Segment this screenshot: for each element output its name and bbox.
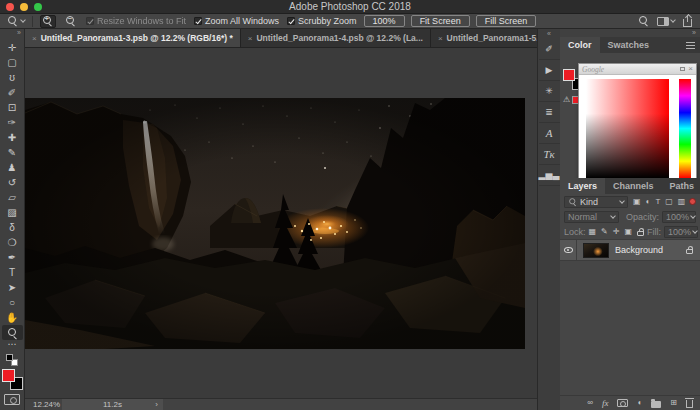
actions-panel-icon[interactable]: ▶	[539, 60, 560, 81]
zoom-in-button[interactable]: +	[40, 15, 56, 28]
hue-slider[interactable]	[679, 79, 691, 178]
adjustments-panel-icon[interactable]: ✳	[539, 81, 560, 102]
dodge-tool-icon[interactable]: ❍	[2, 235, 23, 250]
google-floating-window[interactable]: Google ×	[578, 63, 697, 184]
quick-mask-icon[interactable]	[4, 394, 20, 405]
marquee-tool-icon[interactable]: ▢	[2, 55, 23, 70]
canvas-image[interactable]	[25, 98, 525, 349]
link-layers-icon[interactable]: ∞	[587, 398, 593, 408]
tk-panel-icon[interactable]: Tᴋ	[539, 144, 560, 165]
zoom-level-field[interactable]: 12.24%	[25, 400, 62, 409]
pen-tool-icon[interactable]: ✒	[2, 250, 23, 265]
filter-type-layers-icon[interactable]: T	[655, 197, 660, 207]
brush-settings-panel-icon[interactable]: ✐	[539, 39, 560, 60]
status-expander-icon[interactable]: ›	[155, 400, 158, 409]
workspace-switcher[interactable]	[657, 17, 675, 26]
eraser-tool-icon[interactable]: ▱	[2, 190, 23, 205]
blur-tool-icon[interactable]: δ	[2, 220, 23, 235]
blend-mode-select[interactable]: Normal	[564, 211, 619, 223]
history-brush-tool-icon[interactable]: ↺	[2, 175, 23, 190]
saturation-brightness-field[interactable]	[586, 79, 669, 178]
adjustment-layer-icon[interactable]: ◐	[637, 398, 642, 408]
lock-pixels-icon[interactable]: ✎	[601, 227, 608, 237]
default-colors-icon[interactable]	[6, 354, 18, 366]
fill-select[interactable]: 100%	[664, 226, 698, 238]
fill-screen-button[interactable]: Fill Screen	[476, 15, 537, 27]
properties-panel-icon[interactable]: ≣	[539, 102, 560, 123]
delete-layer-icon[interactable]	[686, 400, 693, 408]
zoom-window-icon[interactable]	[34, 3, 42, 11]
layer-row-background[interactable]: Background	[560, 239, 700, 261]
zoom-tool-icon[interactable]	[2, 325, 23, 340]
tab-untitled-panorama1-4[interactable]: × Untitled_Panorama1-4.psb @ 12.2% (La..…	[241, 29, 431, 47]
lock-all-icon[interactable]	[637, 231, 644, 236]
add-layer-mask-icon[interactable]	[617, 399, 628, 407]
checkbox-box[interactable]	[287, 17, 295, 25]
search-icon[interactable]	[639, 16, 649, 26]
lock-transparency-icon[interactable]: ▦	[589, 227, 597, 237]
brush-tool-icon[interactable]: ✎	[2, 145, 23, 160]
lock-position-icon[interactable]: ✛	[613, 227, 620, 237]
healing-brush-tool-icon[interactable]: ✚	[2, 130, 23, 145]
layer-name[interactable]: Background	[615, 245, 686, 255]
filter-pixel-layers-icon[interactable]: ▣	[633, 197, 641, 207]
close-tab-icon[interactable]: ×	[248, 34, 253, 43]
tab-untitled-panorama1-3[interactable]: × Untitled_Panorama1-3.psb @ 12.2% (RGB/…	[25, 29, 241, 47]
edit-toolbar-icon[interactable]: ⋯	[8, 340, 17, 351]
collapse-toolbar-icon[interactable]: »	[17, 29, 24, 40]
close-tab-icon[interactable]: ×	[438, 34, 443, 43]
quick-selection-tool-icon[interactable]: ✐	[2, 85, 23, 100]
new-layer-icon[interactable]: ⊞	[670, 398, 677, 408]
tab-channels[interactable]: Channels	[605, 178, 662, 194]
shape-tool-icon[interactable]: ○	[2, 295, 23, 310]
filter-toggle-icon[interactable]	[689, 198, 696, 205]
fit-screen-button[interactable]: Fit Screen	[411, 15, 470, 27]
lasso-tool-icon[interactable]: ʊ	[2, 70, 23, 85]
eyedropper-tool-icon[interactable]: ✑	[2, 115, 23, 130]
opacity-select[interactable]: 100%	[662, 211, 696, 223]
close-tab-icon[interactable]: ×	[32, 34, 37, 43]
resize-windows-to-fit-checkbox[interactable]: Resize Windows to Fit	[86, 16, 186, 26]
zoom-out-button[interactable]: −	[63, 15, 79, 28]
histogram-panel-icon[interactable]: ▂▅▃	[539, 165, 560, 186]
google-window-titlebar[interactable]: Google ×	[579, 64, 696, 75]
checkbox-box[interactable]	[194, 17, 202, 25]
filter-shape-layers-icon[interactable]: ▢	[665, 197, 673, 207]
clone-stamp-tool-icon[interactable]: ♟	[2, 160, 23, 175]
current-tool-button[interactable]	[8, 16, 25, 26]
filter-smart-objects-icon[interactable]: ▥	[678, 197, 686, 207]
close-window-icon[interactable]: ×	[688, 65, 693, 73]
type-tool-icon[interactable]: T	[2, 265, 23, 280]
foreground-color-swatch[interactable]	[2, 369, 15, 382]
macos-titlebar[interactable]: Adobe Photoshop CC 2018	[0, 0, 700, 14]
lock-artboard-icon[interactable]: ▣	[624, 227, 632, 237]
gradient-tool-icon[interactable]: ▨	[2, 205, 23, 220]
foreground-color-swatch[interactable]	[563, 69, 575, 81]
tab-color[interactable]: Color	[560, 37, 600, 53]
zoom-all-windows-checkbox[interactable]: Zoom All Windows	[194, 16, 279, 26]
visibility-cell[interactable]	[560, 240, 577, 260]
zoom-100-button[interactable]: 100%	[364, 15, 405, 27]
tab-layers[interactable]: Layers	[560, 178, 605, 194]
layer-thumbnail[interactable]	[583, 243, 609, 258]
expand-dock-icon[interactable]: «	[547, 29, 551, 39]
restore-window-icon[interactable]	[680, 67, 685, 71]
timing-readout[interactable]: 11.2s ›	[62, 399, 163, 410]
new-group-icon[interactable]	[651, 401, 661, 408]
tab-paths[interactable]: Paths	[662, 178, 700, 194]
move-tool-icon[interactable]: ✛	[2, 40, 23, 55]
filter-adjustment-layers-icon[interactable]: ◐	[646, 197, 651, 207]
tab-untitled-panorama1-5[interactable]: × Untitled_Panorama1-5.psb @ 12.2% (ra..…	[431, 29, 537, 47]
canvas-pasteboard[interactable]	[25, 48, 537, 398]
collapse-panels-icon[interactable]: »	[560, 29, 700, 37]
filter-kind-select[interactable]: Kind	[564, 196, 628, 208]
crop-tool-icon[interactable]: ⊡	[2, 100, 23, 115]
close-window-icon[interactable]	[6, 3, 14, 11]
minimize-window-icon[interactable]	[20, 3, 28, 11]
checkbox-box[interactable]	[86, 17, 94, 25]
path-selection-tool-icon[interactable]: ➤	[2, 280, 23, 295]
glyphs-panel-icon[interactable]: A	[539, 123, 560, 144]
tab-swatches[interactable]: Swatches	[600, 37, 658, 53]
panel-menu-icon[interactable]	[686, 42, 695, 49]
scrubby-zoom-checkbox[interactable]: Scrubby Zoom	[287, 16, 357, 26]
